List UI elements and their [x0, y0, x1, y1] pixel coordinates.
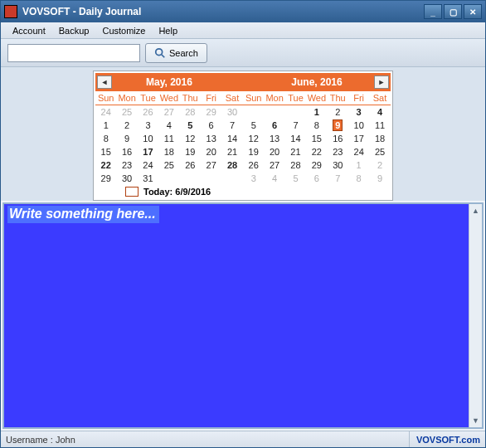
- day-cell[interactable]: 6: [306, 172, 327, 185]
- day-cell[interactable]: 18: [158, 145, 179, 158]
- day-cell[interactable]: 16: [328, 132, 348, 145]
- day-cell[interactable]: 25: [116, 105, 137, 119]
- day-cell[interactable]: 9: [328, 119, 348, 132]
- day-cell: [264, 105, 284, 119]
- day-cell[interactable]: 12: [243, 132, 264, 145]
- day-cell[interactable]: 1: [306, 105, 327, 119]
- day-cell[interactable]: 14: [221, 132, 242, 145]
- day-cell[interactable]: 22: [306, 145, 327, 158]
- day-cell[interactable]: 28: [221, 158, 242, 172]
- day-cell[interactable]: 8: [95, 132, 116, 145]
- month-title-right[interactable]: June, 2016: [291, 76, 342, 88]
- day-cell[interactable]: 12: [180, 132, 201, 145]
- day-cell[interactable]: 5: [180, 119, 201, 132]
- day-cell[interactable]: 10: [138, 132, 158, 145]
- day-cell[interactable]: 29: [95, 172, 116, 185]
- day-cell[interactable]: 6: [201, 119, 221, 132]
- day-cell[interactable]: 11: [158, 132, 179, 145]
- day-cell[interactable]: 17: [348, 132, 369, 145]
- day-cell[interactable]: 5: [243, 119, 264, 132]
- day-cell[interactable]: 15: [306, 132, 327, 145]
- menu-help[interactable]: Help: [152, 24, 184, 37]
- day-cell[interactable]: 4: [369, 105, 390, 119]
- day-cell[interactable]: 18: [369, 132, 390, 145]
- day-cell[interactable]: 28: [285, 158, 306, 172]
- minimize-button[interactable]: _: [424, 4, 442, 19]
- day-cell[interactable]: 27: [201, 158, 221, 172]
- status-brand[interactable]: VOVSOFT.com: [410, 435, 480, 445]
- day-cell[interactable]: 21: [221, 145, 242, 158]
- day-cell[interactable]: 15: [95, 145, 116, 158]
- day-cell[interactable]: 30: [116, 172, 137, 185]
- day-cell[interactable]: 20: [264, 145, 284, 158]
- day-cell[interactable]: 30: [328, 158, 348, 172]
- today-footer[interactable]: Today: 6/9/2016: [95, 185, 391, 197]
- day-cell[interactable]: 5: [285, 172, 306, 185]
- day-cell[interactable]: 4: [264, 172, 284, 185]
- day-cell[interactable]: 14: [285, 132, 306, 145]
- day-cell[interactable]: 7: [285, 119, 306, 132]
- maximize-button[interactable]: ▢: [444, 4, 462, 19]
- menu-customize[interactable]: Customize: [95, 24, 152, 37]
- day-cell[interactable]: 25: [369, 145, 390, 158]
- day-cell[interactable]: 2: [369, 158, 390, 172]
- day-cell[interactable]: 26: [180, 158, 201, 172]
- day-cell[interactable]: 9: [116, 132, 137, 145]
- day-cell[interactable]: 8: [306, 119, 327, 132]
- day-cell[interactable]: 10: [348, 119, 369, 132]
- app-icon: [4, 5, 17, 18]
- day-cell[interactable]: 29: [201, 105, 221, 119]
- day-cell[interactable]: 25: [158, 158, 179, 172]
- day-cell[interactable]: 21: [285, 145, 306, 158]
- editor-scrollbar[interactable]: ▲ ▼: [469, 204, 482, 427]
- journal-editor[interactable]: Write something here...: [4, 204, 469, 427]
- day-cell[interactable]: 27: [264, 158, 284, 172]
- prev-month-button[interactable]: ◄: [97, 75, 112, 89]
- day-cell[interactable]: 13: [264, 132, 284, 145]
- month-title-left[interactable]: May, 2016: [146, 76, 192, 88]
- day-cell[interactable]: 31: [138, 172, 158, 185]
- day-cell[interactable]: 19: [243, 145, 264, 158]
- day-cell[interactable]: 24: [95, 105, 116, 119]
- search-button[interactable]: Search: [145, 43, 207, 63]
- day-cell[interactable]: 23: [328, 145, 348, 158]
- day-cell[interactable]: 7: [221, 119, 242, 132]
- day-cell[interactable]: 7: [328, 172, 348, 185]
- day-cell[interactable]: 2: [328, 105, 348, 119]
- day-cell[interactable]: 9: [369, 172, 390, 185]
- day-cell[interactable]: 22: [95, 158, 116, 172]
- day-cell[interactable]: 26: [243, 158, 264, 172]
- day-cell[interactable]: 17: [138, 145, 158, 158]
- search-input[interactable]: [7, 44, 140, 62]
- day-cell[interactable]: 4: [158, 119, 179, 132]
- week-row: 15161718192021: [95, 145, 243, 158]
- day-cell[interactable]: 19: [180, 145, 201, 158]
- day-cell[interactable]: 20: [201, 145, 221, 158]
- titlebar[interactable]: VOVSOFT - Daily Journal _ ▢ ✕: [1, 1, 485, 22]
- day-cell[interactable]: 23: [116, 158, 137, 172]
- day-cell[interactable]: 11: [369, 119, 390, 132]
- day-cell[interactable]: 3: [348, 105, 369, 119]
- menu-backup[interactable]: Backup: [52, 24, 96, 37]
- day-cell[interactable]: 24: [348, 145, 369, 158]
- day-cell[interactable]: 26: [138, 105, 158, 119]
- day-cell[interactable]: 1: [95, 119, 116, 132]
- day-cell[interactable]: 24: [138, 158, 158, 172]
- next-month-button[interactable]: ►: [374, 75, 389, 89]
- day-cell[interactable]: 16: [116, 145, 137, 158]
- day-cell[interactable]: 27: [158, 105, 179, 119]
- day-cell[interactable]: 28: [180, 105, 201, 119]
- day-cell[interactable]: 13: [201, 132, 221, 145]
- menu-account[interactable]: Account: [6, 24, 52, 37]
- day-cell[interactable]: 2: [116, 119, 137, 132]
- day-cell[interactable]: 6: [264, 119, 284, 132]
- day-cell[interactable]: 3: [243, 172, 264, 185]
- scroll-down-icon[interactable]: ▼: [469, 414, 482, 427]
- day-cell[interactable]: 30: [221, 105, 242, 119]
- day-cell[interactable]: 8: [348, 172, 369, 185]
- close-button[interactable]: ✕: [464, 4, 482, 19]
- day-cell[interactable]: 3: [138, 119, 158, 132]
- day-cell[interactable]: 1: [348, 158, 369, 172]
- scroll-up-icon[interactable]: ▲: [469, 204, 482, 217]
- day-cell[interactable]: 29: [306, 158, 327, 172]
